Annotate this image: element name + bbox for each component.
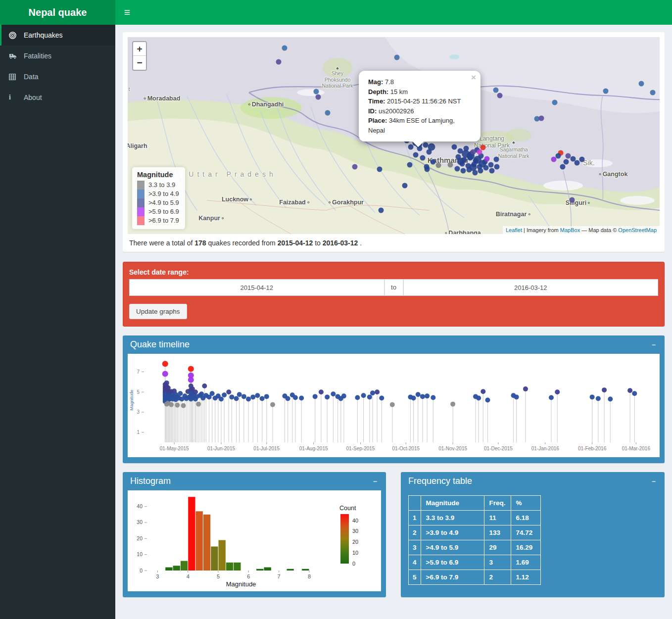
histogram-box-title: Histogram bbox=[130, 476, 171, 486]
svg-text:1: 1 bbox=[137, 429, 140, 435]
quake-marker[interactable] bbox=[477, 149, 482, 155]
quake-marker[interactable] bbox=[467, 167, 472, 173]
osm-link[interactable]: OpenStreetMap bbox=[618, 227, 657, 233]
date-range-panel: Select date range: to Update graphs bbox=[123, 262, 665, 327]
quake-marker[interactable] bbox=[456, 154, 461, 160]
quake-marker[interactable] bbox=[460, 161, 465, 167]
quake-marker[interactable] bbox=[494, 164, 500, 170]
quake-marker[interactable] bbox=[484, 156, 490, 162]
quake-marker[interactable] bbox=[377, 167, 383, 172]
sidebar-item-fatalities[interactable]: Fatalities bbox=[0, 46, 115, 66]
quake-marker[interactable] bbox=[325, 110, 331, 116]
quake-marker[interactable] bbox=[650, 90, 656, 95]
leaflet-link[interactable]: Leaflet bbox=[506, 227, 522, 233]
quake-marker[interactable] bbox=[408, 144, 414, 150]
table-row: 5>6.9 to 7.921.12 bbox=[409, 570, 541, 585]
quake-marker[interactable] bbox=[452, 144, 457, 150]
table-cell: 133 bbox=[484, 525, 511, 540]
quake-marker[interactable] bbox=[494, 157, 499, 162]
svg-text:40: 40 bbox=[352, 518, 358, 524]
quake-marker[interactable] bbox=[436, 163, 441, 168]
quake-marker[interactable] bbox=[468, 155, 473, 161]
update-graphs-button[interactable]: Update graphs bbox=[129, 304, 187, 319]
legend-item: >4.9 to 5.9 bbox=[137, 198, 179, 207]
quake-marker[interactable] bbox=[431, 159, 436, 165]
quake-marker[interactable] bbox=[489, 168, 495, 174]
collapse-icon[interactable]: − bbox=[372, 477, 379, 485]
quake-marker[interactable] bbox=[379, 208, 384, 213]
quake-marker[interactable] bbox=[282, 46, 288, 51]
zoom-in-button[interactable]: + bbox=[133, 42, 146, 56]
svg-text:5: 5 bbox=[137, 389, 140, 395]
collapse-icon[interactable]: − bbox=[650, 477, 657, 485]
quake-marker[interactable] bbox=[425, 167, 430, 172]
quake-marker[interactable] bbox=[603, 89, 609, 94]
quake-marker[interactable] bbox=[639, 81, 644, 87]
quake-count-summary: There were a total of 178 quakes recorde… bbox=[129, 239, 658, 247]
leaflet-map[interactable]: + − Magnitude 3.3 to 3.9>3.9 to 4.9>4.9 … bbox=[128, 37, 660, 234]
map-card: + − Magnitude 3.3 to 3.9>3.9 to 4.9>4.9 … bbox=[123, 32, 665, 252]
start-date-input[interactable] bbox=[129, 279, 384, 296]
quake-marker[interactable] bbox=[556, 153, 561, 159]
sidebar-item-data[interactable]: Data bbox=[0, 66, 115, 87]
popup-field: Depth: 15 km bbox=[368, 87, 471, 97]
quake-marker[interactable] bbox=[488, 162, 494, 168]
quake-marker[interactable] bbox=[394, 55, 400, 60]
quake-marker[interactable] bbox=[560, 164, 566, 170]
sidebar-item-label: About bbox=[24, 94, 42, 101]
table-cell: 3 bbox=[484, 555, 511, 570]
quake-marker[interactable] bbox=[579, 157, 585, 162]
table-cell: 6.18 bbox=[511, 511, 540, 525]
sidebar-toggle-icon[interactable]: ≡ bbox=[115, 0, 139, 25]
quake-marker[interactable] bbox=[407, 162, 413, 168]
quake-marker[interactable] bbox=[314, 89, 319, 95]
quake-marker[interactable] bbox=[458, 148, 463, 154]
quake-marker[interactable] bbox=[552, 100, 558, 105]
quake-marker[interactable] bbox=[472, 162, 477, 167]
quake-marker[interactable] bbox=[473, 170, 478, 176]
sidebar-item-earthquakes[interactable]: Earthquakes bbox=[0, 25, 115, 46]
mapbox-link[interactable]: MapBox bbox=[560, 227, 580, 233]
collapse-icon[interactable]: − bbox=[650, 341, 657, 349]
legend-swatch bbox=[137, 207, 144, 216]
quake-marker[interactable] bbox=[402, 183, 408, 189]
sidebar-item-about[interactable]: i About bbox=[0, 87, 115, 108]
map-legend: Magnitude 3.3 to 3.9>3.9 to 4.9>4.9 to 5… bbox=[132, 167, 185, 229]
legend-swatch bbox=[137, 181, 144, 190]
quake-marker[interactable] bbox=[316, 95, 321, 100]
svg-text:01-Nov-2015: 01-Nov-2015 bbox=[438, 446, 467, 451]
quake-marker[interactable] bbox=[464, 146, 469, 151]
end-date-input[interactable] bbox=[403, 279, 659, 296]
quake-marker[interactable] bbox=[423, 143, 429, 148]
bullseye-icon bbox=[9, 32, 24, 39]
quake-marker[interactable] bbox=[420, 155, 426, 161]
quake-marker[interactable] bbox=[413, 152, 419, 158]
quake-marker[interactable] bbox=[493, 88, 499, 93]
quake-marker[interactable] bbox=[352, 164, 358, 170]
quake-marker[interactable] bbox=[471, 149, 476, 155]
quake-marker[interactable] bbox=[497, 93, 503, 98]
quake-marker[interactable] bbox=[575, 160, 580, 166]
zoom-out-button[interactable]: − bbox=[133, 56, 146, 70]
quake-marker[interactable] bbox=[478, 168, 483, 174]
quake-marker[interactable] bbox=[539, 116, 544, 121]
quake-marker[interactable] bbox=[564, 159, 569, 165]
quake-marker[interactable] bbox=[448, 162, 453, 168]
svg-text:01-May-2015: 01-May-2015 bbox=[160, 446, 189, 451]
legend-label: >6.9 to 7.9 bbox=[144, 216, 179, 225]
quake-marker[interactable] bbox=[427, 149, 432, 155]
table-cell: 74.72 bbox=[511, 525, 540, 540]
quake-marker[interactable] bbox=[461, 168, 466, 174]
ambulance-icon bbox=[9, 53, 24, 59]
table-row: 4>5.9 to 6.931.69 bbox=[409, 555, 541, 570]
svg-text:30: 30 bbox=[352, 528, 358, 534]
quake-marker[interactable] bbox=[276, 59, 282, 65]
popup-field: Mag: 7.8 bbox=[368, 77, 471, 87]
close-icon[interactable]: × bbox=[471, 73, 476, 82]
svg-text:3: 3 bbox=[137, 409, 140, 415]
quake-marker[interactable] bbox=[483, 165, 489, 171]
quake-marker[interactable] bbox=[455, 166, 460, 172]
quake-marker[interactable] bbox=[566, 153, 571, 159]
quake-marker[interactable] bbox=[570, 197, 575, 203]
table-cell: 2 bbox=[409, 525, 421, 540]
